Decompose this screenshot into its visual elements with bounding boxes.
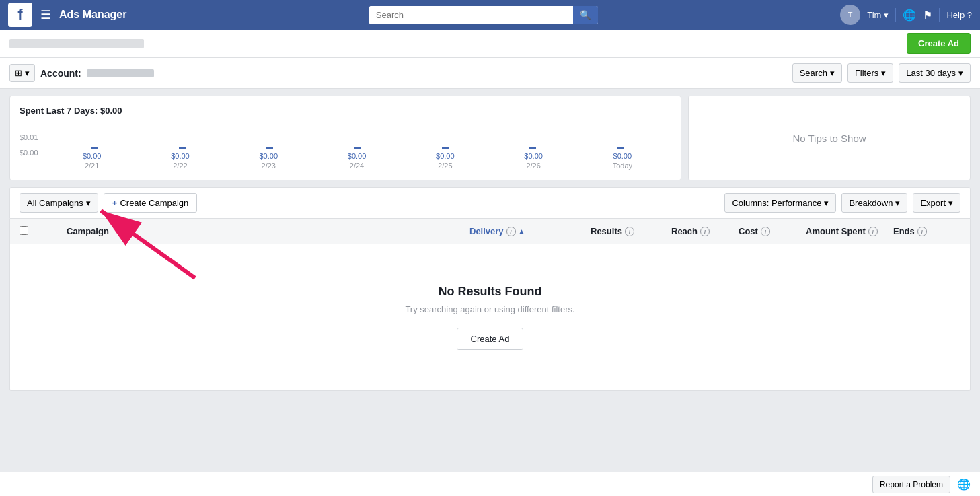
chart-date-1[interactable]: $0.00 2/21 bbox=[83, 152, 102, 170]
all-campaigns-button[interactable]: All Campaigns ▾ bbox=[20, 193, 98, 213]
nav-divider bbox=[895, 8, 896, 22]
bar-1 bbox=[91, 147, 98, 149]
chart-y-label-bottom: $0.00 bbox=[20, 149, 44, 157]
table-header: Campaign Delivery i ▲ Results i Reach i … bbox=[10, 219, 970, 244]
chart-date-5[interactable]: $0.00 2/25 bbox=[436, 152, 455, 170]
help-question-icon: ? bbox=[967, 10, 972, 20]
chevron-down-icon-search: ▾ bbox=[830, 68, 835, 78]
empty-state: No Results Found Try searching again or … bbox=[10, 244, 970, 390]
sort-up-icon: ▲ bbox=[519, 227, 525, 235]
chart-date-2[interactable]: $0.00 2/22 bbox=[171, 152, 190, 170]
hamburger-menu[interactable]: ☰ bbox=[40, 7, 51, 22]
export-button[interactable]: Export ▾ bbox=[913, 193, 960, 213]
chevron-down-icon-export: ▾ bbox=[948, 198, 953, 208]
chevron-down-icon-breakdown: ▾ bbox=[895, 198, 900, 208]
search-button[interactable]: 🔍 bbox=[573, 6, 598, 24]
bar-2 bbox=[179, 147, 186, 149]
bar-6 bbox=[529, 147, 536, 149]
column-amount-spent: Amount Spent i bbox=[806, 226, 893, 236]
spend-chart-panel: Spent Last 7 Days: $0.00 $0.01 $0.00 bbox=[9, 96, 681, 180]
facebook-logo: f bbox=[8, 3, 32, 27]
avatar: T bbox=[840, 5, 860, 25]
chevron-down-icon: ▾ bbox=[884, 10, 889, 20]
column-results: Results i bbox=[591, 226, 671, 236]
column-reach: Reach i bbox=[671, 226, 739, 236]
column-delivery-sort[interactable]: Delivery i ▲ bbox=[469, 226, 591, 236]
user-menu[interactable]: Tim ▾ bbox=[867, 10, 889, 20]
column-ends: Ends i bbox=[893, 226, 960, 236]
bar-4 bbox=[354, 147, 361, 149]
create-campaign-button[interactable]: + Create Campaign bbox=[104, 193, 197, 213]
columns-button[interactable]: Columns: Performance ▾ bbox=[724, 193, 836, 213]
campaign-toolbar: All Campaigns ▾ + Create Campaign Column… bbox=[9, 187, 971, 219]
nav-divider-2 bbox=[939, 8, 940, 22]
campaigns-table: Campaign Delivery i ▲ Results i Reach i … bbox=[9, 219, 971, 391]
search-input[interactable] bbox=[369, 6, 573, 24]
chevron-down-icon-columns: ▾ bbox=[824, 198, 829, 208]
search-filter-button[interactable]: Search ▾ bbox=[792, 63, 842, 83]
app-title: Ads Manager bbox=[59, 9, 126, 21]
breadcrumb-blur bbox=[9, 39, 144, 48]
amount-spent-info-icon[interactable]: i bbox=[868, 227, 878, 236]
bar-3 bbox=[266, 147, 273, 149]
chart-date-today[interactable]: $0.00 Today bbox=[613, 152, 632, 170]
plus-icon: + bbox=[112, 198, 118, 208]
cost-info-icon[interactable]: i bbox=[761, 227, 770, 236]
no-tips-label: No Tips to Show bbox=[792, 133, 866, 144]
chart-date-4[interactable]: $0.00 2/24 bbox=[348, 152, 367, 170]
search-bar: 🔍 bbox=[369, 6, 598, 24]
grid-view-button[interactable]: ⊞ ▾ bbox=[9, 64, 35, 82]
select-all-checkbox[interactable] bbox=[20, 226, 28, 235]
breakdown-button[interactable]: Breakdown ▾ bbox=[841, 193, 907, 213]
create-ad-button[interactable]: Create Ad bbox=[907, 33, 971, 54]
column-cost: Cost i bbox=[739, 226, 806, 236]
reach-info-icon[interactable]: i bbox=[700, 227, 710, 236]
tips-panel: No Tips to Show bbox=[688, 96, 971, 180]
bar-5 bbox=[442, 147, 449, 149]
chart-date-6[interactable]: $0.00 2/26 bbox=[524, 152, 543, 170]
bar-7 bbox=[617, 147, 624, 149]
chevron-down-icon-campaigns: ▾ bbox=[86, 198, 91, 208]
chart-y-label-top: $0.01 bbox=[20, 133, 44, 141]
empty-state-subtitle: Try searching again or using different f… bbox=[24, 304, 956, 314]
results-info-icon[interactable]: i bbox=[625, 227, 634, 236]
ends-info-icon[interactable]: i bbox=[917, 227, 927, 236]
chevron-down-icon-2: ▾ bbox=[25, 68, 30, 78]
flag-icon[interactable]: ⚑ bbox=[923, 9, 932, 22]
chart-date-3[interactable]: $0.00 2/23 bbox=[259, 152, 278, 170]
chevron-down-icon-date: ▾ bbox=[958, 68, 963, 78]
delivery-info-icon[interactable]: i bbox=[506, 227, 516, 236]
chart-title: Spent Last 7 Days: $0.00 bbox=[20, 106, 671, 116]
account-label: Account: bbox=[40, 68, 81, 79]
date-range-button[interactable]: Last 30 days ▾ bbox=[899, 63, 971, 83]
chevron-down-icon-filters: ▾ bbox=[881, 68, 886, 78]
column-campaign: Campaign bbox=[67, 226, 469, 236]
filters-button[interactable]: Filters ▾ bbox=[847, 63, 893, 83]
grid-icon: ⊞ bbox=[15, 68, 22, 78]
account-name-blur bbox=[87, 69, 154, 77]
empty-state-title: No Results Found bbox=[24, 285, 956, 299]
help-link[interactable]: Help ? bbox=[946, 10, 972, 20]
globe-icon[interactable]: 🌐 bbox=[903, 9, 916, 22]
empty-create-ad-button[interactable]: Create Ad bbox=[457, 328, 524, 350]
